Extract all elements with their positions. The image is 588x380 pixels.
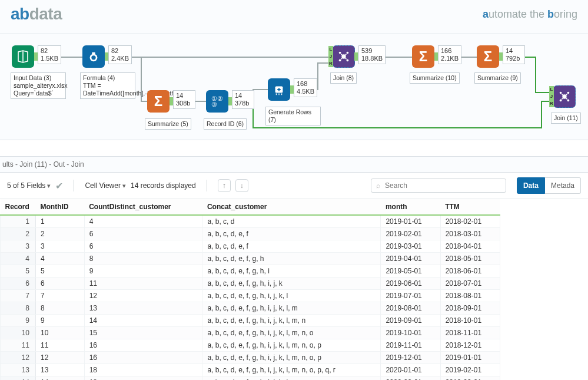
- table-cell[interactable]: 3: [36, 240, 85, 253]
- table-cell[interactable]: 9: [1, 315, 36, 327]
- table-cell[interactable]: 4: [84, 215, 202, 228]
- table-row[interactable]: 8813a, b, c, d, e, f, g, h, i, j, k, l, …: [1, 302, 500, 315]
- table-cell[interactable]: 7: [1, 290, 36, 302]
- table-cell[interactable]: 13: [84, 302, 202, 315]
- table-cell[interactable]: 2019-07-01: [381, 290, 440, 302]
- table-cell[interactable]: 2018-06-01: [440, 265, 500, 277]
- table-cell[interactable]: a, b, c, d, e, f, g, h, i, j, k, l, m, n…: [202, 376, 381, 381]
- table-row[interactable]: 559a, b, c, d, e, f, g, h, i2019-05-0120…: [1, 265, 500, 277]
- table-cell[interactable]: 5: [36, 265, 85, 277]
- table-cell[interactable]: 2019-10-01: [381, 327, 440, 339]
- table-cell[interactable]: 2019-02-01: [381, 228, 440, 240]
- node-formula[interactable]: 82 2.4KB: [82, 45, 132, 68]
- table-cell[interactable]: 2019-09-01: [381, 315, 440, 327]
- arrow-up-button[interactable]: ↑: [218, 179, 231, 192]
- table-cell[interactable]: 14: [1, 376, 36, 381]
- table-cell[interactable]: 2020-01-01: [381, 364, 440, 376]
- table-cell[interactable]: 9: [36, 315, 85, 327]
- table-cell[interactable]: a, b, c, d, e, f, g, h, i, j, k, l, m, n…: [202, 327, 381, 339]
- node-join-8[interactable]: LJR 539 18.8KB: [333, 45, 386, 68]
- table-cell[interactable]: a, b, c, d, e, f, g, h, i, j, k, l, m, n…: [202, 364, 381, 376]
- column-header[interactable]: TTM: [440, 199, 500, 215]
- table-cell[interactable]: 2018-05-01: [440, 253, 500, 265]
- node-record-id[interactable]: ①②③ 14 378b: [206, 90, 254, 113]
- table-row[interactable]: 6611a, b, c, d, e, f, g, h, i, j, k2019-…: [1, 277, 500, 290]
- table-cell[interactable]: 2: [36, 228, 85, 240]
- table-cell[interactable]: a, b, c, d, e, f, g, h, i, j, k, l, m, n…: [202, 352, 381, 364]
- fields-dropdown[interactable]: 5 of 5 Fields: [7, 181, 51, 190]
- table-cell[interactable]: 2019-01-01: [381, 215, 440, 228]
- table-cell[interactable]: 8: [36, 302, 85, 315]
- tab-metadata[interactable]: Metada: [545, 177, 581, 194]
- table-row[interactable]: 448a, b, c, d, e, f, g, h2019-04-012018-…: [1, 253, 500, 265]
- node-summarize-9[interactable]: Σ 14 792b: [477, 45, 525, 68]
- table-cell[interactable]: 2019-01-01: [440, 352, 500, 364]
- table-row[interactable]: 7712a, b, c, d, e, f, g, h, i, j, k, l20…: [1, 290, 500, 302]
- table-cell[interactable]: 3: [1, 240, 36, 253]
- table-cell[interactable]: a, b, c, d, e, f, g, h, i, j, k: [202, 277, 381, 290]
- table-cell[interactable]: a, b, c, d, e, f: [202, 240, 381, 253]
- table-cell[interactable]: a, b, c, d, e, f, g, h, i, j, k, l, m: [202, 302, 381, 315]
- table-row[interactable]: 336a, b, c, d, e, f2019-03-012018-04-01: [1, 240, 500, 253]
- table-cell[interactable]: 2: [1, 228, 36, 240]
- table-cell[interactable]: 2018-08-01: [440, 290, 500, 302]
- table-cell[interactable]: a, b, c, d: [202, 215, 381, 228]
- table-cell[interactable]: 11: [1, 339, 36, 352]
- node-join-11[interactable]: LJR: [553, 85, 576, 108]
- table-cell[interactable]: 5: [1, 265, 36, 277]
- table-row[interactable]: 131318a, b, c, d, e, f, g, h, i, j, k, l…: [1, 364, 500, 376]
- table-cell[interactable]: a, b, c, d, e, f, g, h: [202, 253, 381, 265]
- table-row[interactable]: 9914a, b, c, d, e, f, g, h, i, j, k, l, …: [1, 315, 500, 327]
- table-cell[interactable]: 13: [1, 364, 36, 376]
- table-cell[interactable]: 12: [1, 352, 36, 364]
- table-cell[interactable]: 18: [84, 364, 202, 376]
- table-cell[interactable]: 2019-08-01: [381, 302, 440, 315]
- table-cell[interactable]: a, b, c, d, e, f, g, h, i, j, k, l, m, n…: [202, 339, 381, 352]
- table-cell[interactable]: 2018-11-01: [440, 327, 500, 339]
- cell-viewer-dropdown[interactable]: Cell Viewer: [85, 181, 126, 190]
- table-cell[interactable]: 2019-05-01: [381, 265, 440, 277]
- table-row[interactable]: 114a, b, c, d2019-01-012018-02-01: [1, 215, 500, 228]
- table-cell[interactable]: 16: [84, 339, 202, 352]
- search-box[interactable]: ⌕: [371, 179, 506, 193]
- table-cell[interactable]: a, b, c, d, e, f: [202, 228, 381, 240]
- arrow-down-button[interactable]: ↓: [235, 179, 248, 192]
- check-icon[interactable]: ✔: [55, 180, 63, 191]
- table-cell[interactable]: 2019-04-01: [381, 253, 440, 265]
- table-cell[interactable]: 1: [1, 215, 36, 228]
- table-cell[interactable]: 2019-02-01: [440, 364, 500, 376]
- results-table[interactable]: RecordMonthIDCountDistinct_customerConca…: [0, 199, 500, 380]
- table-cell[interactable]: 2019-12-01: [381, 352, 440, 364]
- table-cell[interactable]: 15: [84, 327, 202, 339]
- table-cell[interactable]: 4: [36, 253, 85, 265]
- table-cell[interactable]: 11: [36, 339, 85, 352]
- node-generate-rows[interactable]: 168 4.5KB: [268, 78, 317, 101]
- table-cell[interactable]: 4: [1, 253, 36, 265]
- table-cell[interactable]: 2018-03-01: [440, 228, 500, 240]
- table-cell[interactable]: 2018-10-01: [440, 315, 500, 327]
- table-cell[interactable]: a, b, c, d, e, f, g, h, i, j, k, l: [202, 290, 381, 302]
- table-cell[interactable]: a, b, c, d, e, f, g, h, i: [202, 265, 381, 277]
- table-cell[interactable]: 7: [36, 290, 85, 302]
- table-cell[interactable]: 2020-02-01: [381, 376, 440, 381]
- table-cell[interactable]: 8: [84, 253, 202, 265]
- table-row[interactable]: 111116a, b, c, d, e, f, g, h, i, j, k, l…: [1, 339, 500, 352]
- search-input[interactable]: [384, 181, 501, 190]
- table-cell[interactable]: 18: [84, 376, 202, 381]
- table-cell[interactable]: 1: [36, 215, 85, 228]
- table-cell[interactable]: 2018-09-01: [440, 302, 500, 315]
- table-cell[interactable]: 8: [1, 302, 36, 315]
- workflow-canvas[interactable]: 82 1.5KB Input Data (3) sample_alteryx.x…: [0, 34, 588, 140]
- table-cell[interactable]: 2018-04-01: [440, 240, 500, 253]
- node-summarize-5[interactable]: Σ 14 308b: [147, 90, 195, 113]
- table-cell[interactable]: 10: [36, 327, 85, 339]
- table-cell[interactable]: 12: [84, 290, 202, 302]
- table-cell[interactable]: 9: [84, 265, 202, 277]
- table-cell[interactable]: 2018-07-01: [440, 277, 500, 290]
- node-summarize-10[interactable]: Σ 166 2.1KB: [412, 45, 461, 68]
- table-cell[interactable]: 2019-06-01: [381, 277, 440, 290]
- table-cell[interactable]: 13: [36, 364, 85, 376]
- table-cell[interactable]: 16: [84, 352, 202, 364]
- table-row[interactable]: 141418a, b, c, d, e, f, g, h, i, j, k, l…: [1, 376, 500, 381]
- table-cell[interactable]: 11: [84, 277, 202, 290]
